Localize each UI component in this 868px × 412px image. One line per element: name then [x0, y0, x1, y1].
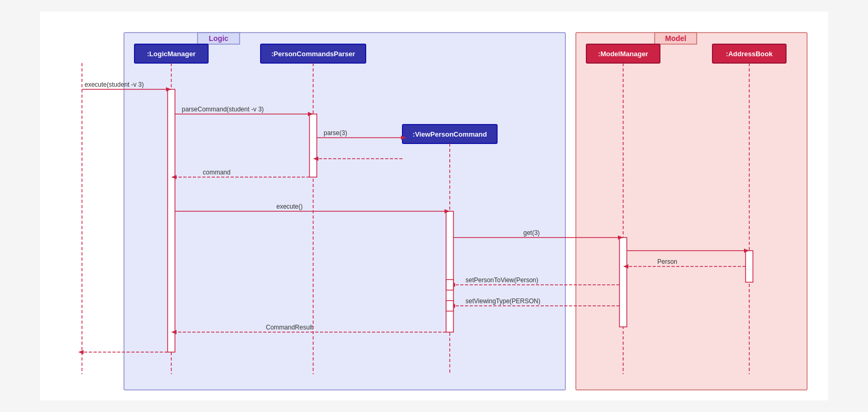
msg-command-label: command: [203, 169, 231, 176]
msg-setviewingtype-label: setViewingType(PERSON): [466, 297, 541, 305]
view-person-command-activation: [446, 211, 453, 332]
vp-activation-2: [446, 280, 453, 290]
model-frame: [576, 33, 807, 390]
model-label: Model: [665, 34, 686, 43]
msg-execute2-label: execute(): [276, 203, 303, 210]
msg-person-label: Person: [657, 258, 677, 265]
msg-execute-label: execute(student -v 3): [85, 81, 144, 88]
msg-get-label: get(3): [523, 229, 540, 236]
model-manager-label: :ModelManager: [598, 50, 648, 58]
msg-setpersontoview-label: setPersonToView(Person): [466, 276, 539, 284]
person-commands-parser-activation: [309, 114, 317, 177]
diagram-container: Logic Model :LogicManager :PersonCommand…: [40, 12, 828, 400]
logic-label: Logic: [209, 34, 229, 43]
vp-activation-3: [446, 301, 453, 311]
logic-manager-activation: [168, 89, 175, 352]
address-book-activation: [746, 251, 753, 282]
view-person-command-label: :ViewPersonCommand: [412, 130, 487, 138]
msg-commandresult-label: CommandResult: [266, 324, 313, 331]
logic-manager-label: :LogicManager: [147, 50, 195, 58]
msg-parsecommand-label: parseCommand(student -v 3): [182, 106, 264, 113]
address-book-label: :AddressBook: [726, 50, 773, 58]
model-manager-activation: [619, 238, 627, 327]
person-commands-parser-label: :PersonCommandsParser: [271, 50, 355, 58]
msg-parse-label: parse(3): [324, 129, 347, 137]
